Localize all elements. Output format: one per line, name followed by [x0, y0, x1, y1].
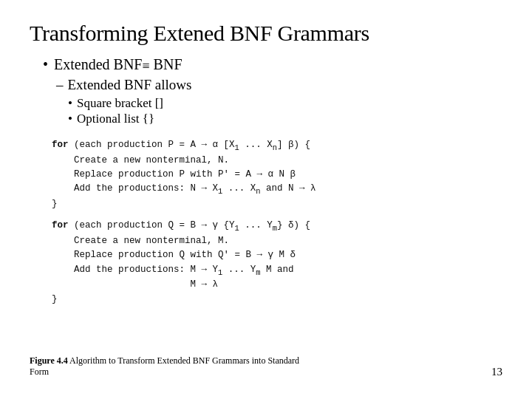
level3-item-0: • Square bracket []	[68, 96, 502, 111]
level1-section: • Extended BNF≡ BNF	[43, 56, 502, 74]
figure-label: Figure 4.4	[30, 355, 68, 366]
level3-text-0: Square bracket []	[77, 96, 163, 111]
slide-title: Transforming Extened BNF Grammars	[30, 21, 502, 46]
level2-item: – Extended BNF allows	[56, 77, 502, 93]
code-line: Replace production P with P′ = A → α N β	[52, 168, 502, 182]
code-line: for (each production Q = B → γ {Y1 ... Y…	[52, 219, 502, 234]
slide: Transforming Extened BNF Grammars • Exte…	[0, 0, 532, 399]
code-line: }	[52, 197, 502, 211]
figure-caption: Figure 4.4 Algorithm to Transform Extend…	[30, 355, 310, 378]
code-line: Add the productions: M → Y1 ... Ym M and	[52, 263, 502, 279]
code-line: for (each production P = A → α [X1 ... X…	[52, 138, 502, 154]
level2-section: – Extended BNF allows	[56, 77, 502, 93]
code-block-2: for (each production Q = B → γ {Y1 ... Y…	[52, 219, 502, 307]
code-line: Add the productions: N → X1 ... Xn and N…	[52, 182, 502, 197]
bullet-l3-0: •	[68, 96, 72, 111]
code-line: Create a new nonterminal, M.	[52, 234, 502, 248]
code-line: Create a new nonterminal, N.	[52, 154, 502, 168]
figure-caption-text: Algorithm to Transform Extended BNF Gram…	[30, 355, 299, 378]
bullet-l3-1: •	[68, 112, 72, 126]
level3-item-1: • Optional list {}	[68, 112, 502, 126]
level1-item: • Extended BNF≡ BNF	[43, 56, 502, 74]
code-block-1: for (each production P = A → α [X1 ... X…	[52, 138, 502, 211]
page-number: 13	[491, 366, 502, 378]
code-line: }	[52, 293, 502, 307]
level3-section: • Square bracket [] • Optional list {}	[68, 96, 502, 126]
code-line: Replace production Q with Q′ = B → γ M δ	[52, 248, 502, 262]
level2-text: Extended BNF allows	[68, 77, 192, 93]
level1-text: Extended BNF≡ BNF	[54, 56, 183, 74]
level3-text-1: Optional list {}	[77, 112, 154, 126]
code-line: M → λ	[52, 278, 502, 292]
dash-symbol: –	[56, 77, 64, 93]
bullet-l1: •	[43, 56, 48, 73]
